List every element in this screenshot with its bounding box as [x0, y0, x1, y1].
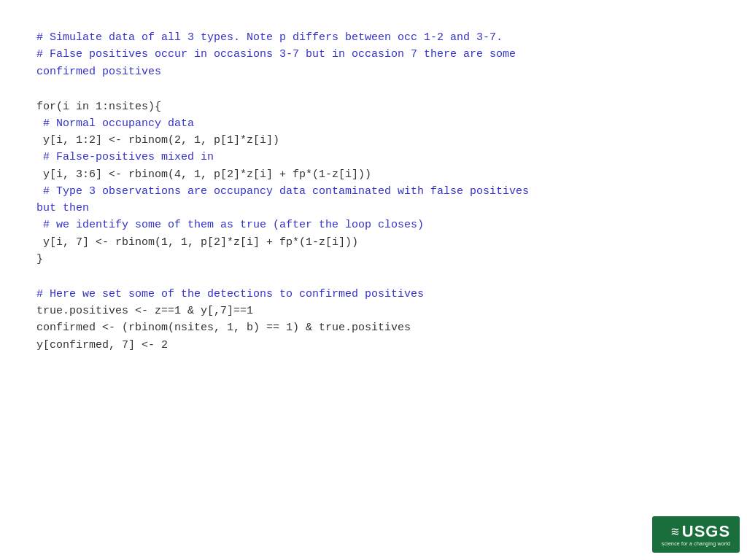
comment-line: but then	[36, 200, 711, 217]
usgs-tagline: science for a changing world	[662, 541, 730, 546]
wave-icon: ≋	[671, 524, 679, 540]
comment-line: confirmed positives	[36, 63, 711, 80]
comment-line: # Normal occupancy data	[36, 115, 711, 132]
comment-line: # Here we set some of the detections to …	[36, 286, 711, 303]
code-line: y[i, 7] <- rbinom(1, 1, p[2]*z[i] + fp*(…	[36, 234, 711, 251]
code-line: true.positives <- z==1 & y[,7]==1	[36, 303, 711, 319]
code-block: # Simulate data of all 3 types. Note p d…	[0, 0, 747, 383]
code-line: y[i, 1:2] <- rbinom(2, 1, p[1]*z[i])	[36, 132, 711, 149]
comment-line: # we identify some of them as true (afte…	[36, 217, 711, 233]
comment-line: # Type 3 observations are occupancy data…	[36, 183, 711, 200]
comment-line: # False-positives mixed in	[36, 149, 711, 166]
empty-line	[36, 80, 711, 98]
empty-line	[36, 268, 711, 286]
usgs-logo: ≋ USGS science for a changing world	[652, 516, 740, 553]
code-line: for(i in 1:nsites){	[36, 98, 711, 115]
usgs-logo-text: USGS	[682, 524, 730, 540]
code-line: y[confirmed, 7] <- 2	[36, 337, 711, 354]
comment-line: # False positives occur in occasions 3-7…	[36, 46, 711, 63]
code-line: confirmed <- (rbinom(nsites, 1, b) == 1)…	[36, 319, 711, 336]
comment-line: # Simulate data of all 3 types. Note p d…	[36, 29, 711, 46]
code-line: }	[36, 251, 711, 268]
code-line: y[i, 3:6] <- rbinom(4, 1, p[2]*z[i] + fp…	[36, 166, 711, 183]
